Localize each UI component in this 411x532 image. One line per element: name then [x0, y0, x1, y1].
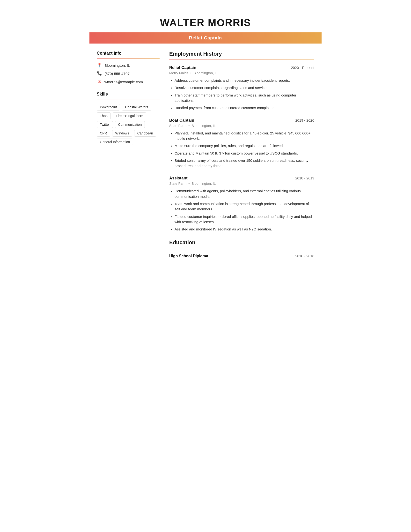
skills-tags: PowerpointCoastal WatersThonFire Extingu… — [97, 104, 159, 145]
main-content: Employment History Relief Captain2020 - … — [167, 51, 314, 263]
list-item: Resolve customer complaints regarding sa… — [175, 85, 314, 90]
contact-phone: 📞 (570) 555-4707 — [97, 71, 159, 76]
job-title: Relief Captain — [169, 65, 196, 70]
education-divider — [169, 248, 314, 248]
contact-email-text: wmorris@example.com — [104, 80, 143, 84]
job-block: Relief Captain2020 - PresentMerry Maids … — [169, 65, 314, 111]
contact-phone-text: (570) 555-4707 — [104, 72, 130, 76]
list-item: Train other staff members to perform wor… — [175, 93, 314, 104]
education-container: High School Diploma2018 - 2018 — [169, 254, 314, 258]
skill-tag: Twitter — [97, 121, 113, 128]
job-company: Merry Maids • Bloomington, IL — [169, 71, 314, 75]
education-section-title: Education — [169, 239, 314, 246]
job-title: Assistant — [169, 176, 188, 181]
list-item: Handled payment from customer Entered cu… — [175, 105, 314, 111]
job-dates: 2018 - 2019 — [295, 176, 314, 180]
skill-tag: Powerpoint — [97, 104, 120, 111]
skill-tag: Caribbean — [134, 130, 156, 137]
list-item: Planned, installed, and maintained logis… — [175, 131, 314, 142]
body-layout: Contact Info 📍 Bloomington, IL 📞 (570) 5… — [89, 44, 322, 270]
job-bullets: Communicated with agents, policyholders,… — [169, 188, 314, 232]
job-block: Assistant2018 - 2019State Farm • Bloomin… — [169, 176, 314, 232]
job-header: Relief Captain2020 - Present — [169, 65, 314, 70]
resume-header: WALTER MORRIS — [89, 10, 322, 28]
job-dates: 2020 - Present — [291, 66, 314, 70]
skills-section: Skills PowerpointCoastal WatersThonFire … — [97, 92, 159, 145]
skills-divider — [97, 99, 159, 99]
skills-section-title: Skills — [97, 92, 159, 97]
list-item: Operate and Maintain 50 ft. 37-Ton custo… — [175, 151, 314, 156]
contact-location: 📍 Bloomington, IL — [97, 63, 159, 68]
employment-divider — [169, 59, 314, 59]
education-block: High School Diploma2018 - 2018 — [169, 254, 314, 258]
edu-dates: 2018 - 2018 — [295, 254, 314, 258]
skill-tag: Fire Extinguishers — [113, 113, 146, 119]
list-item: Fielded customer inquiries, ordered offi… — [175, 214, 314, 225]
sidebar: Contact Info 📍 Bloomington, IL 📞 (570) 5… — [97, 51, 159, 263]
skill-tag: CPR — [97, 130, 110, 137]
jobs-container: Relief Captain2020 - PresentMerry Maids … — [169, 65, 314, 232]
location-icon: 📍 — [97, 63, 102, 68]
phone-icon: 📞 — [97, 71, 102, 76]
skill-tag: Windows — [112, 130, 132, 137]
edu-degree: High School Diploma — [169, 254, 208, 258]
contact-divider — [97, 58, 159, 58]
job-title-bar: Relief Captain — [89, 32, 322, 44]
list-item: Team work and communication is strengthe… — [175, 201, 314, 212]
contact-section-title: Contact Info — [97, 51, 159, 56]
list-item: Address customer complaints and if neces… — [175, 78, 314, 83]
contact-email: ✉ wmorris@example.com — [97, 79, 159, 84]
job-title: Relief Captain — [189, 35, 222, 40]
job-header: Boat Captain2019 - 2020 — [169, 118, 314, 123]
job-bullets: Planned, installed, and maintained logis… — [169, 131, 314, 169]
skill-tag: Thon — [97, 113, 111, 119]
job-title: Boat Captain — [169, 118, 194, 123]
employment-section-title: Employment History — [169, 51, 314, 57]
list-item: Communicated with agents, policyholders,… — [175, 188, 314, 199]
job-header: Assistant2018 - 2019 — [169, 176, 314, 181]
skill-tag: General Information — [97, 139, 133, 145]
contact-location-text: Bloomington, IL — [104, 63, 130, 67]
job-dates: 2019 - 2020 — [295, 118, 314, 122]
job-company: State Farm • Bloomington, IL — [169, 124, 314, 128]
list-item: Assisted and monitored IV sedation as we… — [175, 227, 314, 232]
edu-header: High School Diploma2018 - 2018 — [169, 254, 314, 258]
list-item: Briefed senior army officers and trained… — [175, 158, 314, 169]
skill-tag: Communication — [115, 121, 145, 128]
job-bullets: Address customer complaints and if neces… — [169, 78, 314, 111]
skill-tag: Coastal Waters — [122, 104, 151, 111]
email-icon: ✉ — [97, 79, 102, 84]
list-item: Make sure the company policies, rules, a… — [175, 143, 314, 149]
candidate-name: WALTER MORRIS — [99, 17, 312, 28]
job-company: State Farm • Bloomington, IL — [169, 182, 314, 185]
job-block: Boat Captain2019 - 2020State Farm • Bloo… — [169, 118, 314, 169]
